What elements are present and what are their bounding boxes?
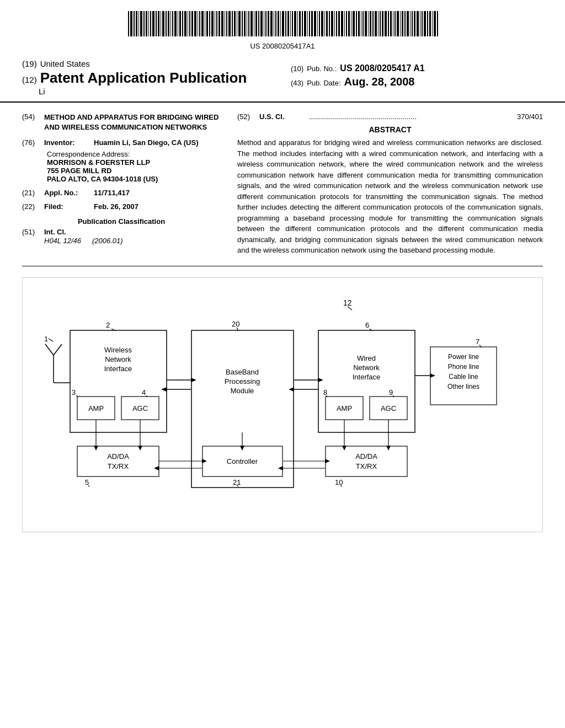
arrowhead-to-wireless <box>161 387 167 392</box>
svg-rect-33 <box>209 11 210 36</box>
int-cl-label: Int. Cl. <box>44 228 66 236</box>
svg-rect-49 <box>248 11 249 36</box>
pub-date-num: (43) <box>291 79 303 87</box>
svg-rect-70 <box>299 11 301 36</box>
svg-rect-38 <box>221 11 223 36</box>
correspondence-label: Correspondence Address: <box>47 150 221 158</box>
pub-date-value: Aug. 28, 2008 <box>344 76 415 88</box>
inventor-num: (76) <box>22 138 44 147</box>
us-cl-value: 370/401 <box>517 113 543 121</box>
arrowhead-to-wired <box>318 378 323 382</box>
label-3-arrow <box>77 395 77 397</box>
svg-rect-31 <box>205 11 205 36</box>
header-left: (19) United States (12) Patent Applicati… <box>22 59 274 96</box>
svg-rect-14 <box>162 11 164 36</box>
int-cl-row: H04L 12/46 (2006.01) <box>44 237 123 245</box>
arrowhead-to-baseband <box>191 378 196 382</box>
svg-rect-71 <box>302 11 303 36</box>
svg-rect-19 <box>174 11 177 36</box>
svg-rect-20 <box>178 11 178 36</box>
svg-rect-27 <box>194 11 196 36</box>
svg-rect-65 <box>287 11 289 36</box>
svg-rect-8 <box>148 11 149 36</box>
svg-rect-102 <box>378 11 379 36</box>
label-9: 9 <box>389 388 393 397</box>
arrowhead-agc-adda-right <box>386 446 391 451</box>
svg-rect-115 <box>410 11 411 36</box>
svg-rect-82 <box>329 11 330 36</box>
svg-rect-126 <box>437 11 438 36</box>
label-1: 1 <box>44 335 48 343</box>
adda-right-label2: TX/RX <box>356 462 377 470</box>
svg-rect-83 <box>331 11 333 36</box>
patent-header: (19) United States (12) Patent Applicati… <box>0 53 565 103</box>
svg-rect-125 <box>434 11 436 36</box>
svg-rect-3 <box>136 11 137 36</box>
int-cl-year: (2006.01) <box>92 237 123 245</box>
barcode-image <box>117 10 448 38</box>
appl-no-field: (21) Appl. No.: 11/711,417 <box>22 189 221 197</box>
inventor-value: Huamin Li, San Diego, CA (US) <box>94 138 221 147</box>
arrowhead-adda-ctrl <box>202 459 207 463</box>
svg-rect-52 <box>255 11 257 36</box>
adda-right-box <box>326 446 407 477</box>
title-text: METHOD AND APPARATUS FOR BRIDGING WIRED … <box>44 113 221 132</box>
svg-rect-80 <box>324 11 325 36</box>
svg-rect-48 <box>247 11 247 36</box>
svg-rect-94 <box>358 11 360 36</box>
svg-rect-23 <box>184 11 186 36</box>
svg-rect-32 <box>206 11 208 36</box>
country-num: (19) <box>22 59 37 68</box>
svg-rect-66 <box>290 11 291 36</box>
label-5: 5 <box>85 478 89 486</box>
svg-rect-53 <box>258 11 259 36</box>
controller-label: Controller <box>227 457 258 465</box>
label-7: 7 <box>476 338 479 346</box>
us-cl-dots: ........................................… <box>309 113 517 121</box>
svg-rect-118 <box>417 11 419 36</box>
arrowhead-bband-ctrl <box>240 446 244 451</box>
svg-rect-108 <box>393 11 393 36</box>
svg-rect-37 <box>218 11 220 36</box>
svg-rect-24 <box>188 11 188 36</box>
country-name: United States <box>40 59 90 68</box>
svg-rect-122 <box>427 11 428 36</box>
svg-rect-112 <box>402 11 403 36</box>
label-4: 4 <box>142 388 146 397</box>
svg-rect-64 <box>285 11 286 36</box>
svg-rect-74 <box>309 11 310 36</box>
svg-rect-88 <box>344 11 345 36</box>
svg-rect-56 <box>265 11 266 36</box>
label-3: 3 <box>72 388 76 397</box>
content-divider <box>22 266 543 266</box>
correspondence-firm: MORRISON & FOERSTER LLP <box>47 158 221 167</box>
svg-rect-44 <box>237 11 237 36</box>
svg-rect-100 <box>372 11 374 36</box>
filed-value: Feb. 26, 2007 <box>94 202 221 211</box>
label-12: 12 <box>343 298 352 307</box>
antenna-left <box>45 344 54 355</box>
int-cl-field: (51) Int. Cl. H04L 12/46 (2006.01) <box>22 228 221 245</box>
svg-rect-29 <box>199 11 200 36</box>
svg-rect-110 <box>397 11 399 36</box>
baseband-label1: BaseBand <box>226 368 259 376</box>
svg-rect-90 <box>348 11 350 36</box>
svg-rect-6 <box>143 11 145 36</box>
svg-rect-54 <box>260 11 263 36</box>
label-10: 10 <box>335 478 343 486</box>
svg-rect-9 <box>150 11 151 36</box>
label-20: 20 <box>232 320 239 328</box>
patent-diagram: 12 1 2 Wireless Network Interface AMP 3 … <box>22 277 543 532</box>
amp-right-label: AMP <box>337 404 352 413</box>
label-8: 8 <box>323 388 327 397</box>
svg-rect-101 <box>375 11 377 36</box>
svg-rect-123 <box>429 11 431 36</box>
svg-rect-87 <box>341 11 343 36</box>
left-column: (54) METHOD AND APPARATUS FOR BRIDGING W… <box>22 113 232 256</box>
svg-rect-72 <box>304 11 306 36</box>
svg-rect-89 <box>346 11 347 36</box>
adda-left-label1: AD/DA <box>107 452 129 461</box>
svg-rect-12 <box>158 11 159 36</box>
svg-rect-63 <box>282 11 284 36</box>
arrowhead-amp-adda-right <box>342 446 347 451</box>
